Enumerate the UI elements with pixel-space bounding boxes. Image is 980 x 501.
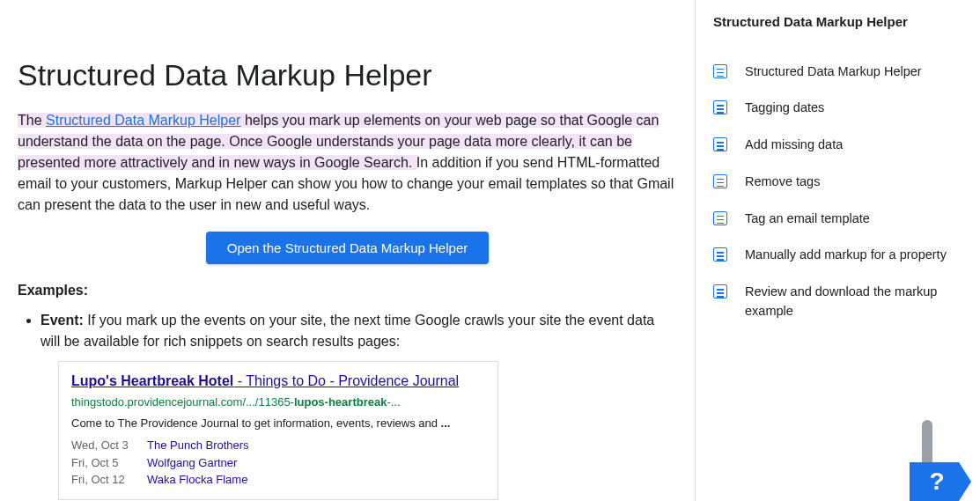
snippet-title: Lupo's Heartbreak Hotel - Things to Do -…	[71, 371, 485, 392]
sidebar-title: Structured Data Markup Helper	[713, 12, 971, 33]
sidebar-item-remove-tags[interactable]: Remove tags	[713, 164, 971, 201]
sidebar-item-label: Add missing data	[745, 136, 843, 155]
button-row: Open the Structured Data Markup Helper	[18, 232, 677, 264]
sidebar-item-label: Remove tags	[745, 173, 820, 192]
snippet-url-post: -...	[387, 395, 400, 409]
snippet-event-row: Fri, Oct 5Wolfgang Gartner	[71, 454, 485, 472]
example-event: Event: If you mark up the events on your…	[41, 310, 677, 500]
event-name[interactable]: Waka Flocka Flame	[147, 473, 247, 486]
event-name[interactable]: Wolfgang Gartner	[147, 456, 237, 469]
doc-icon	[713, 100, 727, 114]
intro-link[interactable]: Structured Data Markup Helper	[46, 113, 240, 128]
doc-icon	[713, 137, 727, 151]
snippet-desc: Come to The Providence Journal to get in…	[71, 415, 485, 432]
main-content: Structured Data Markup Helper The Struct…	[0, 0, 696, 501]
sidebar: Structured Data Markup Helper Structured…	[696, 0, 980, 501]
snippet-title-link-text: Lupo's Heartbreak Hotel	[71, 373, 233, 388]
sidebar-item-label: Review and download the markup example	[745, 283, 971, 321]
sidebar-item-label: Tagging dates	[745, 99, 824, 118]
event-label: Event:	[41, 313, 84, 328]
snippet-event-row: Wed, Oct 3The Punch Brothers	[71, 437, 485, 454]
open-helper-button[interactable]: Open the Structured Data Markup Helper	[206, 232, 489, 264]
help-question-mark: ?	[929, 463, 944, 500]
help-signpost[interactable]: ?	[910, 462, 971, 501]
sidebar-nav: Structured Data Markup Helper Tagging da…	[713, 54, 971, 330]
snippet-url: thingstodo.providencejournal.com/.../113…	[71, 394, 485, 411]
sidebar-item-review-download[interactable]: Review and download the markup example	[713, 274, 971, 330]
sidebar-item-label: Manually add markup for a property	[745, 246, 947, 265]
sidebar-item-manual-markup[interactable]: Manually add markup for a property	[713, 237, 971, 274]
search-snippet: Lupo's Heartbreak Hotel - Things to Do -…	[58, 361, 498, 500]
sidebar-item-label: Structured Data Markup Helper	[745, 63, 922, 82]
sidebar-item-email-template[interactable]: Tag an email template	[713, 201, 971, 238]
sidebar-item-tagging-dates[interactable]: Tagging dates	[713, 90, 971, 127]
sidebar-item-label: Tag an email template	[745, 210, 870, 229]
snippet-url-pre: thingstodo.providencejournal.com/.../113…	[71, 395, 294, 409]
page-title: Structured Data Markup Helper	[18, 53, 677, 98]
doc-icon	[713, 64, 727, 78]
doc-icon	[713, 211, 727, 225]
doc-icon	[713, 247, 727, 262]
snippet-desc-pre: Come to The Providence Journal to get in…	[71, 416, 441, 430]
sidebar-item-missing-data[interactable]: Add missing data	[713, 127, 971, 164]
examples-list: Event: If you mark up the events on your…	[18, 310, 677, 501]
event-text: If you mark up the events on your site, …	[41, 313, 654, 349]
snippet-desc-bold: ...	[441, 416, 451, 430]
snippet-title-rest: - Things to Do - Providence Journal	[233, 373, 459, 388]
event-name[interactable]: The Punch Brothers	[147, 438, 249, 452]
help-arrow-icon: ?	[910, 462, 971, 501]
intro-paragraph: The Structured Data Markup Helper helps …	[18, 110, 677, 216]
intro-hl-prefix: The	[18, 113, 46, 128]
examples-heading: Examples:	[18, 280, 677, 301]
snippet-url-bold: lupos-heartbreak	[294, 395, 387, 409]
event-date: Fri, Oct 12	[71, 471, 147, 489]
snippet-title-link[interactable]: Lupo's Heartbreak Hotel - Things to Do -…	[71, 373, 459, 388]
doc-icon	[713, 174, 727, 188]
snippet-event-row: Fri, Oct 12Waka Flocka Flame	[71, 471, 485, 489]
snippet-events: Wed, Oct 3The Punch Brothers Fri, Oct 5W…	[71, 437, 485, 489]
sidebar-item-helper[interactable]: Structured Data Markup Helper	[713, 54, 971, 91]
doc-icon	[713, 284, 727, 298]
event-date: Wed, Oct 3	[71, 437, 147, 454]
event-date: Fri, Oct 5	[71, 454, 147, 472]
